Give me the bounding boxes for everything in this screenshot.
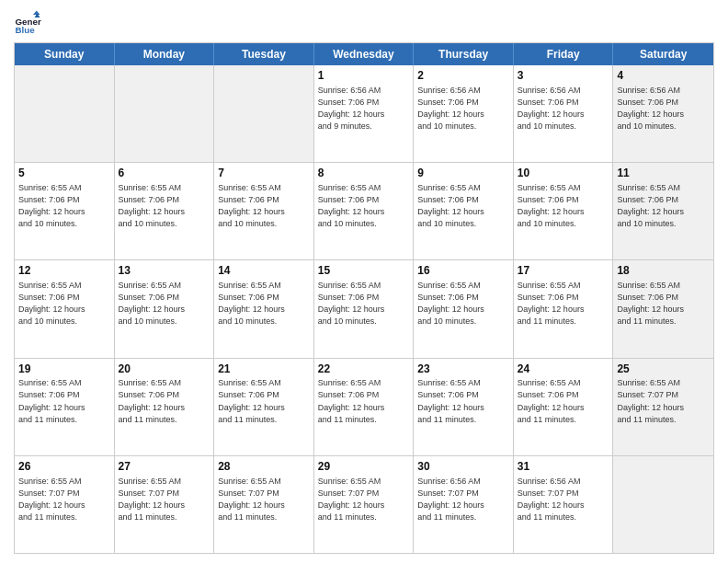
day-number: 17	[518, 263, 609, 279]
calendar-cell: 15Sunrise: 6:55 AM Sunset: 7:06 PM Dayli…	[314, 260, 415, 357]
calendar-cell	[115, 65, 215, 162]
calendar-header: SundayMondayTuesdayWednesdayThursdayFrid…	[15, 43, 713, 65]
day-info: Sunrise: 6:55 AM Sunset: 7:06 PM Dayligh…	[518, 377, 609, 425]
calendar-cell: 27Sunrise: 6:55 AM Sunset: 7:07 PM Dayli…	[115, 456, 215, 553]
weekday-header: Monday	[115, 43, 215, 65]
day-number: 16	[417, 263, 509, 279]
calendar-cell: 16Sunrise: 6:55 AM Sunset: 7:06 PM Dayli…	[414, 260, 514, 357]
calendar-cell: 19Sunrise: 6:55 AM Sunset: 7:06 PM Dayli…	[15, 359, 115, 455]
day-info: Sunrise: 6:55 AM Sunset: 7:07 PM Dayligh…	[18, 476, 110, 523]
day-info: Sunrise: 6:56 AM Sunset: 7:07 PM Dayligh…	[518, 476, 609, 523]
day-info: Sunrise: 6:55 AM Sunset: 7:06 PM Dayligh…	[218, 182, 310, 230]
calendar-cell: 9Sunrise: 6:55 AM Sunset: 7:06 PM Daylig…	[414, 163, 514, 259]
calendar-cell: 6Sunrise: 6:55 AM Sunset: 7:06 PM Daylig…	[115, 163, 215, 259]
day-info: Sunrise: 6:55 AM Sunset: 7:06 PM Dayligh…	[318, 182, 410, 230]
calendar-cell: 18Sunrise: 6:55 AM Sunset: 7:06 PM Dayli…	[613, 260, 713, 357]
day-number: 13	[119, 263, 210, 279]
day-info: Sunrise: 6:55 AM Sunset: 7:06 PM Dayligh…	[417, 182, 509, 230]
day-info: Sunrise: 6:55 AM Sunset: 7:06 PM Dayligh…	[318, 377, 410, 425]
calendar-cell: 22Sunrise: 6:55 AM Sunset: 7:06 PM Dayli…	[314, 359, 415, 455]
day-info: Sunrise: 6:55 AM Sunset: 7:07 PM Dayligh…	[318, 476, 410, 523]
day-number: 22	[318, 362, 410, 377]
weekday-header: Saturday	[613, 43, 713, 65]
day-info: Sunrise: 6:55 AM Sunset: 7:07 PM Dayligh…	[119, 476, 210, 523]
day-number: 20	[119, 362, 210, 377]
calendar-row: 26Sunrise: 6:55 AM Sunset: 7:07 PM Dayli…	[15, 455, 713, 553]
day-info: Sunrise: 6:55 AM Sunset: 7:06 PM Dayligh…	[218, 377, 310, 425]
day-number: 28	[218, 459, 310, 475]
day-number: 11	[617, 166, 710, 181]
day-info: Sunrise: 6:55 AM Sunset: 7:06 PM Dayligh…	[119, 377, 210, 425]
page: General Blue SundayMondayTuesdayWednesda…	[0, 0, 728, 563]
calendar-cell: 4Sunrise: 6:56 AM Sunset: 7:06 PM Daylig…	[613, 65, 713, 162]
day-number: 7	[218, 166, 310, 181]
calendar-cell: 25Sunrise: 6:55 AM Sunset: 7:07 PM Dayli…	[613, 359, 713, 455]
calendar-cell: 14Sunrise: 6:55 AM Sunset: 7:06 PM Dayli…	[214, 260, 314, 357]
weekday-header: Wednesday	[314, 43, 415, 65]
day-info: Sunrise: 6:55 AM Sunset: 7:06 PM Dayligh…	[218, 280, 310, 327]
logo-icon: General Blue	[14, 9, 41, 37]
day-info: Sunrise: 6:55 AM Sunset: 7:06 PM Dayligh…	[518, 182, 609, 230]
day-number: 10	[518, 166, 609, 181]
day-number: 9	[417, 166, 509, 181]
day-info: Sunrise: 6:55 AM Sunset: 7:06 PM Dayligh…	[119, 280, 210, 327]
calendar-cell: 31Sunrise: 6:56 AM Sunset: 7:07 PM Dayli…	[514, 456, 614, 553]
calendar-row: 1Sunrise: 6:56 AM Sunset: 7:06 PM Daylig…	[15, 65, 713, 162]
calendar-body: 1Sunrise: 6:56 AM Sunset: 7:06 PM Daylig…	[15, 65, 713, 553]
calendar-cell: 2Sunrise: 6:56 AM Sunset: 7:06 PM Daylig…	[414, 65, 514, 162]
calendar-cell: 11Sunrise: 6:55 AM Sunset: 7:06 PM Dayli…	[613, 163, 713, 259]
day-info: Sunrise: 6:55 AM Sunset: 7:06 PM Dayligh…	[617, 182, 710, 230]
calendar-row: 5Sunrise: 6:55 AM Sunset: 7:06 PM Daylig…	[15, 162, 713, 259]
day-info: Sunrise: 6:55 AM Sunset: 7:06 PM Dayligh…	[417, 280, 509, 327]
calendar-cell: 8Sunrise: 6:55 AM Sunset: 7:06 PM Daylig…	[314, 163, 415, 259]
day-number: 14	[218, 263, 310, 279]
calendar-cell: 21Sunrise: 6:55 AM Sunset: 7:06 PM Dayli…	[214, 359, 314, 455]
calendar-cell: 24Sunrise: 6:55 AM Sunset: 7:06 PM Dayli…	[514, 359, 614, 455]
day-info: Sunrise: 6:56 AM Sunset: 7:06 PM Dayligh…	[318, 85, 410, 132]
day-info: Sunrise: 6:55 AM Sunset: 7:06 PM Dayligh…	[18, 182, 110, 230]
calendar-cell	[214, 65, 314, 162]
calendar-cell: 3Sunrise: 6:56 AM Sunset: 7:06 PM Daylig…	[514, 65, 614, 162]
weekday-header: Thursday	[414, 43, 514, 65]
day-info: Sunrise: 6:56 AM Sunset: 7:06 PM Dayligh…	[417, 85, 509, 132]
calendar-cell: 5Sunrise: 6:55 AM Sunset: 7:06 PM Daylig…	[15, 163, 115, 259]
calendar-cell: 10Sunrise: 6:55 AM Sunset: 7:06 PM Dayli…	[514, 163, 614, 259]
calendar-cell: 13Sunrise: 6:55 AM Sunset: 7:06 PM Dayli…	[115, 260, 215, 357]
day-number: 18	[617, 263, 710, 279]
day-info: Sunrise: 6:55 AM Sunset: 7:06 PM Dayligh…	[18, 377, 110, 425]
day-number: 3	[518, 68, 609, 84]
day-info: Sunrise: 6:55 AM Sunset: 7:06 PM Dayligh…	[417, 377, 509, 425]
day-number: 19	[18, 362, 110, 377]
calendar-cell	[613, 456, 713, 553]
day-info: Sunrise: 6:55 AM Sunset: 7:06 PM Dayligh…	[119, 182, 210, 230]
day-number: 8	[318, 166, 410, 181]
day-info: Sunrise: 6:56 AM Sunset: 7:07 PM Dayligh…	[417, 476, 509, 523]
day-info: Sunrise: 6:55 AM Sunset: 7:06 PM Dayligh…	[518, 280, 609, 327]
day-number: 12	[18, 263, 110, 279]
day-number: 21	[218, 362, 310, 377]
calendar-row: 12Sunrise: 6:55 AM Sunset: 7:06 PM Dayli…	[15, 259, 713, 357]
day-info: Sunrise: 6:55 AM Sunset: 7:07 PM Dayligh…	[617, 377, 710, 425]
calendar-cell: 12Sunrise: 6:55 AM Sunset: 7:06 PM Dayli…	[15, 260, 115, 357]
day-number: 26	[18, 459, 110, 475]
calendar-cell: 30Sunrise: 6:56 AM Sunset: 7:07 PM Dayli…	[414, 456, 514, 553]
day-info: Sunrise: 6:56 AM Sunset: 7:06 PM Dayligh…	[518, 85, 609, 132]
weekday-header: Sunday	[15, 43, 115, 65]
calendar-cell: 28Sunrise: 6:55 AM Sunset: 7:07 PM Dayli…	[214, 456, 314, 553]
day-number: 6	[119, 166, 210, 181]
day-number: 24	[518, 362, 609, 377]
calendar-row: 19Sunrise: 6:55 AM Sunset: 7:06 PM Dayli…	[15, 358, 713, 455]
logo: General Blue	[14, 9, 45, 37]
day-number: 1	[318, 68, 410, 84]
day-number: 15	[318, 263, 410, 279]
svg-text:Blue: Blue	[16, 25, 36, 35]
day-number: 4	[617, 68, 710, 84]
day-number: 29	[318, 459, 410, 475]
calendar: SundayMondayTuesdayWednesdayThursdayFrid…	[14, 42, 714, 554]
calendar-cell: 7Sunrise: 6:55 AM Sunset: 7:06 PM Daylig…	[214, 163, 314, 259]
day-number: 27	[119, 459, 210, 475]
day-info: Sunrise: 6:55 AM Sunset: 7:06 PM Dayligh…	[18, 280, 110, 327]
day-info: Sunrise: 6:55 AM Sunset: 7:07 PM Dayligh…	[218, 476, 310, 523]
calendar-cell: 20Sunrise: 6:55 AM Sunset: 7:06 PM Dayli…	[115, 359, 215, 455]
day-info: Sunrise: 6:55 AM Sunset: 7:06 PM Dayligh…	[617, 280, 710, 327]
